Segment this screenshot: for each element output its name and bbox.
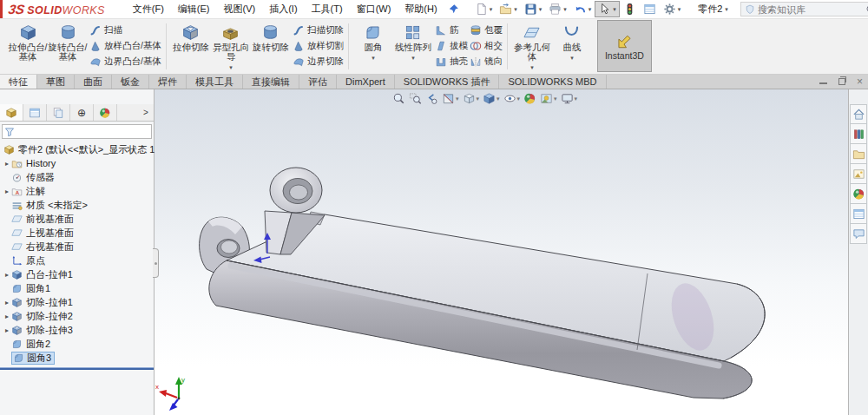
tab-solidworks-mbd[interactable]: SOLIDWORKS MBD bbox=[499, 75, 606, 89]
select-button[interactable]: ▾ bbox=[595, 1, 620, 17]
doc-minimize-icon[interactable] bbox=[819, 82, 827, 84]
zoom-to-area-button[interactable] bbox=[409, 92, 422, 105]
document-title-dropdown[interactable]: 零件2 ▾ bbox=[698, 3, 728, 16]
file-properties-button[interactable] bbox=[640, 1, 660, 17]
tree-item-history[interactable]: ▸ History bbox=[0, 156, 154, 170]
view-settings-button[interactable]: ▾ bbox=[561, 92, 578, 105]
zoom-to-fit-button[interactable] bbox=[392, 92, 405, 105]
doc-close-icon[interactable]: × bbox=[857, 77, 863, 86]
menu-edit[interactable]: 编辑(E) bbox=[171, 0, 217, 18]
expand-arrow-icon[interactable]: ▸ bbox=[3, 313, 11, 320]
tree-item-fillet3[interactable]: 圆角3 bbox=[0, 351, 154, 365]
tree-item-cut-extrude1[interactable]: ▸ 切除-拉伸1 bbox=[0, 295, 154, 309]
mirror-button[interactable]: 镜向 bbox=[470, 56, 503, 68]
shell-button[interactable]: 抽壳 bbox=[435, 56, 468, 68]
caret-down-icon[interactable]: ▾ bbox=[496, 96, 500, 102]
previous-view-button[interactable] bbox=[425, 92, 438, 105]
menu-help[interactable]: 帮助(H) bbox=[398, 0, 444, 18]
tab-mold-tools[interactable]: 模具工具 bbox=[187, 75, 243, 89]
tree-item-sensors[interactable]: 传感器 bbox=[0, 170, 154, 184]
swept-cut-button[interactable]: 扫描切除 bbox=[293, 24, 344, 36]
apply-scene-button[interactable]: ▾ bbox=[540, 92, 557, 105]
tree-item-annotations[interactable]: ▸ 注解 bbox=[0, 184, 154, 198]
expand-arrow-icon[interactable]: ▸ bbox=[3, 326, 11, 334]
selected-tree-item[interactable]: 圆角3 bbox=[11, 352, 55, 365]
expand-arrow-icon[interactable]: ▸ bbox=[3, 299, 11, 306]
appearances-scenes-button[interactable] bbox=[850, 184, 867, 204]
undo-button[interactable]: ▾ bbox=[570, 1, 595, 17]
tree-item-front-plane[interactable]: 前视基准面 bbox=[0, 212, 154, 226]
print-button[interactable]: ▾ bbox=[545, 1, 570, 17]
pin-menu-icon[interactable] bbox=[448, 3, 459, 15]
propertymanager-tab[interactable] bbox=[23, 104, 47, 121]
draft-button[interactable]: 拔模 bbox=[435, 40, 468, 52]
hole-wizard-button[interactable]: 异型孔向导▾ bbox=[211, 20, 251, 72]
caret-down-icon[interactable]: ▾ bbox=[372, 53, 375, 63]
tab-surfaces[interactable]: 曲面 bbox=[75, 75, 112, 89]
save-button[interactable]: ▾ bbox=[521, 1, 546, 17]
caret-down-icon[interactable]: ▾ bbox=[229, 63, 233, 72]
configurationmanager-tab[interactable] bbox=[47, 104, 70, 121]
view-palette-button[interactable] bbox=[850, 164, 867, 184]
tree-root-part[interactable]: 零件2 (默认<<默认>_显示状态 1>) bbox=[0, 142, 154, 156]
caret-down-icon[interactable]: ▾ bbox=[411, 53, 415, 63]
display-style-button[interactable]: ▾ bbox=[483, 92, 500, 105]
section-view-button[interactable]: ▾ bbox=[442, 92, 459, 105]
boundary-cut-button[interactable]: 边界切除 bbox=[293, 56, 344, 68]
open-button[interactable]: ▾ bbox=[496, 1, 521, 17]
featuremanager-tree-tab[interactable] bbox=[0, 104, 23, 121]
reference-geometry-button[interactable]: 参考几何体▾ bbox=[512, 20, 552, 72]
new-document-button[interactable]: ▾ bbox=[471, 1, 496, 17]
doc-restore-icon[interactable] bbox=[838, 78, 845, 85]
expand-arrow-icon[interactable]: ▸ bbox=[3, 271, 11, 279]
tree-item-top-plane[interactable]: 上视基准面 bbox=[0, 226, 154, 240]
tree-item-origin[interactable]: 原点 bbox=[0, 254, 154, 267]
revolved-boss-base-button[interactable]: 旋转凸台/基体 bbox=[48, 20, 88, 62]
menu-file[interactable]: 文件(F) bbox=[126, 0, 171, 18]
solidworks-resources-button[interactable] bbox=[850, 104, 867, 124]
dimxpertmanager-tab[interactable]: ⊕ bbox=[70, 104, 94, 121]
caret-down-icon[interactable]: ▾ bbox=[613, 6, 616, 13]
tab-evaluate[interactable]: 评估 bbox=[299, 75, 337, 89]
caret-down-icon[interactable]: ▾ bbox=[563, 6, 567, 13]
tree-filter-box[interactable] bbox=[2, 124, 152, 139]
caret-down-icon[interactable]: ▾ bbox=[554, 96, 557, 102]
menu-insert[interactable]: 插入(I) bbox=[262, 0, 304, 18]
file-explorer-button[interactable] bbox=[850, 144, 867, 164]
tab-dimxpert[interactable]: DimXpert bbox=[337, 75, 395, 89]
caret-down-icon[interactable]: ▾ bbox=[570, 53, 574, 63]
hide-show-items-button[interactable]: ▾ bbox=[503, 92, 521, 105]
lofted-cut-button[interactable]: 放样切割 bbox=[293, 40, 344, 52]
tree-item-cut-extrude2[interactable]: ▸ 切除-拉伸2 bbox=[0, 309, 154, 323]
expand-arrow-icon[interactable]: ▸ bbox=[3, 188, 11, 195]
menu-tools[interactable]: 工具(T) bbox=[305, 0, 350, 18]
tree-item-fillet1[interactable]: 圆角1 bbox=[0, 281, 154, 295]
swept-boss-base-button[interactable]: 扫描 bbox=[89, 24, 161, 36]
linear-pattern-button[interactable]: 线性阵列▾ bbox=[393, 20, 433, 63]
revolved-cut-button[interactable]: 旋转切除 bbox=[251, 20, 291, 52]
caret-down-icon[interactable]: ▾ bbox=[490, 6, 493, 13]
rebuild-button[interactable] bbox=[620, 1, 640, 17]
caret-down-icon[interactable]: ▾ bbox=[456, 96, 459, 102]
tab-sketch[interactable]: 草图 bbox=[37, 75, 75, 89]
caret-down-icon[interactable]: ▾ bbox=[539, 6, 542, 13]
lofted-boss-base-button[interactable]: 放样凸台/基体 bbox=[89, 40, 161, 52]
caret-down-icon[interactable]: ▾ bbox=[517, 96, 521, 102]
tab-solidworks-addins[interactable]: SOLIDWORKS 插件 bbox=[395, 75, 500, 89]
design-library-button[interactable] bbox=[850, 124, 867, 144]
tab-features[interactable]: 特征 bbox=[0, 75, 37, 89]
expand-pane-arrow[interactable]: > bbox=[138, 104, 154, 121]
custom-properties-button[interactable] bbox=[850, 204, 867, 224]
caret-down-icon[interactable]: ▾ bbox=[589, 6, 592, 13]
tree-item-material[interactable]: 材质 <未指定> bbox=[0, 198, 154, 212]
tree-item-right-plane[interactable]: 右视基准面 bbox=[0, 240, 154, 254]
intersect-button[interactable]: 相交 bbox=[470, 40, 503, 52]
caret-down-icon[interactable]: ▾ bbox=[530, 63, 534, 72]
rollback-bar[interactable] bbox=[0, 367, 154, 370]
tab-direct-editing[interactable]: 直接编辑 bbox=[243, 75, 299, 89]
menu-view[interactable]: 视图(V) bbox=[217, 0, 263, 18]
panel-splitter-handle[interactable] bbox=[153, 248, 159, 278]
tab-sheet-metal[interactable]: 钣金 bbox=[112, 75, 149, 89]
extruded-cut-button[interactable]: 拉伸切除 bbox=[171, 20, 211, 52]
search-input[interactable] bbox=[758, 4, 863, 15]
